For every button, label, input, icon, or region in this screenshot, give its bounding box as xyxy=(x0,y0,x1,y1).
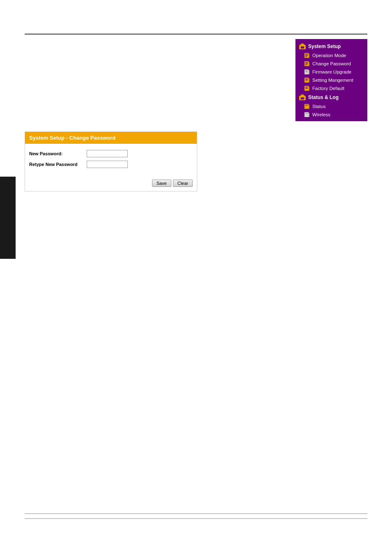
new-password-label: New Password: xyxy=(29,151,87,156)
svg-rect-7 xyxy=(309,54,309,58)
system-setup-icon xyxy=(299,43,306,50)
svg-rect-24 xyxy=(309,87,309,91)
svg-marker-1 xyxy=(300,43,305,45)
sidebar-item-operation-mode[interactable]: Operation Mode xyxy=(295,51,367,60)
sidebar-item-wireless[interactable]: Wireless xyxy=(295,111,367,119)
svg-rect-16 xyxy=(309,70,309,74)
new-password-row: New Password: xyxy=(29,150,193,157)
save-button[interactable]: Save xyxy=(152,180,171,187)
sidebar-item-setting-management[interactable]: Setting Mangement xyxy=(295,76,367,84)
svg-marker-26 xyxy=(300,94,305,96)
svg-rect-18 xyxy=(305,78,308,79)
bottom-divider-1 xyxy=(25,514,367,514)
retype-password-row: Retype New Password xyxy=(29,161,193,168)
sidebar-item-wireless-label: Wireless xyxy=(312,112,330,117)
svg-rect-28 xyxy=(304,104,309,109)
new-password-input[interactable] xyxy=(87,150,128,157)
sidebar-section-status-log[interactable]: Status & Log xyxy=(295,92,367,102)
top-divider xyxy=(25,34,367,35)
svg-rect-19 xyxy=(305,80,308,81)
firmware-upgrade-icon xyxy=(304,69,310,75)
factory-default-icon xyxy=(304,85,310,91)
panel-header: System Setup - Change Password xyxy=(25,132,197,144)
main-content-area: System Setup - Change Password New Passw… xyxy=(25,131,197,191)
operation-mode-icon xyxy=(304,53,310,58)
retype-password-input[interactable] xyxy=(87,161,128,168)
svg-rect-12 xyxy=(309,62,309,66)
svg-rect-22 xyxy=(305,87,308,88)
side-tab xyxy=(0,177,16,259)
svg-rect-31 xyxy=(304,112,309,117)
sidebar-item-firmware-upgrade-label: Firmware Upgrade xyxy=(312,69,351,74)
sidebar-section-system-setup[interactable]: System Setup xyxy=(295,41,367,51)
sidebar-item-factory-default-label: Factory Default xyxy=(312,86,344,91)
svg-rect-29 xyxy=(305,105,308,106)
retype-password-label: Retype New Password xyxy=(29,162,87,167)
sidebar-item-change-password-label: Change Password xyxy=(312,61,351,66)
status-icon xyxy=(304,104,310,109)
system-setup-label: System Setup xyxy=(308,44,341,49)
svg-rect-2 xyxy=(301,46,304,48)
svg-rect-27 xyxy=(301,97,304,99)
clear-button[interactable]: Clear xyxy=(173,180,193,187)
status-log-label: Status & Log xyxy=(308,94,339,100)
status-log-icon xyxy=(299,94,306,101)
sidebar-item-status[interactable]: Status xyxy=(295,102,367,111)
sidebar-item-setting-management-label: Setting Mangement xyxy=(312,78,353,83)
sidebar-item-operation-mode-label: Operation Mode xyxy=(312,53,346,58)
svg-rect-10 xyxy=(305,63,308,64)
bottom-divider-2 xyxy=(25,518,367,519)
form-actions: Save Clear xyxy=(25,177,197,191)
change-password-panel: System Setup - Change Password New Passw… xyxy=(25,131,197,191)
svg-rect-15 xyxy=(305,71,308,72)
svg-rect-5 xyxy=(305,55,308,56)
svg-rect-33 xyxy=(309,113,309,117)
change-password-icon xyxy=(304,61,310,67)
svg-rect-30 xyxy=(309,105,309,109)
wireless-icon xyxy=(304,112,310,117)
panel-body: New Password: Retype New Password xyxy=(25,144,197,177)
sidebar-item-status-label: Status xyxy=(312,104,326,109)
svg-rect-23 xyxy=(305,88,308,89)
sidebar-item-firmware-upgrade[interactable]: Firmware Upgrade xyxy=(295,68,367,76)
sidebar-item-change-password[interactable]: Change Password xyxy=(295,60,367,68)
sidebar-item-factory-default[interactable]: Factory Default xyxy=(295,84,367,92)
svg-rect-4 xyxy=(305,54,308,55)
svg-rect-6 xyxy=(305,56,307,57)
setting-management-icon xyxy=(304,77,310,83)
svg-rect-9 xyxy=(305,62,308,63)
svg-rect-11 xyxy=(305,64,307,65)
svg-rect-20 xyxy=(309,78,309,83)
sidebar-nav: System Setup Operation Mode Change xyxy=(295,39,367,121)
svg-rect-32 xyxy=(305,113,308,114)
svg-rect-14 xyxy=(305,70,308,71)
